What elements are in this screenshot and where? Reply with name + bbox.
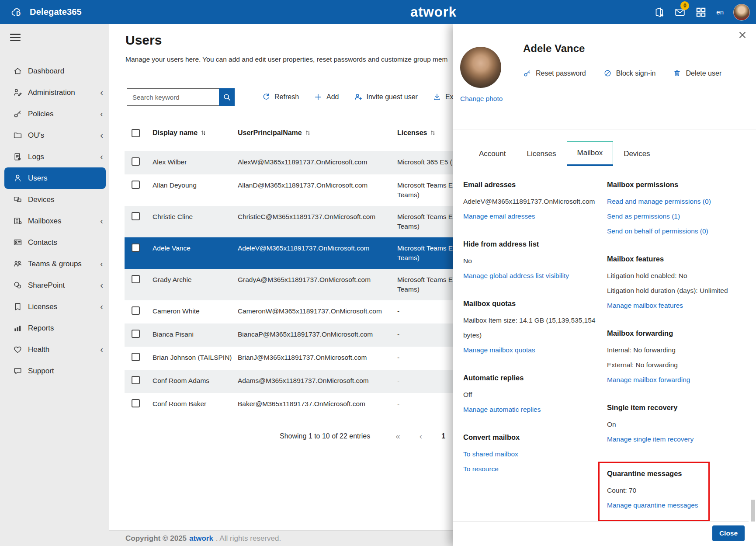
column-header-userprincipalname[interactable]: UserPrincipalName — [238, 125, 397, 151]
column-header-display-name[interactable]: Display name — [153, 125, 238, 151]
upn-cell: BiancaP@M365x11891737.OnMicrosoft.com — [238, 323, 397, 347]
tab-label: Licenses — [527, 150, 556, 158]
tab-label: Devices — [624, 150, 650, 158]
sidebar-item-contacts[interactable]: Contacts — [0, 232, 109, 253]
reset-password-button[interactable]: Reset password — [523, 69, 586, 77]
manage-email-adresses-link[interactable]: Manage email adresses — [463, 209, 596, 224]
refresh-icon — [262, 93, 270, 101]
change-photo-link[interactable]: Change photo — [460, 95, 503, 103]
section-text: External: No forwarding — [607, 358, 742, 372]
mail-badge: 0 — [680, 1, 689, 10]
close-icon[interactable] — [738, 30, 747, 40]
section-heading: Single item recovery — [607, 402, 742, 413]
tab-licenses[interactable]: Licenses — [516, 141, 566, 166]
display-name-cell: Alex Wilber — [153, 151, 238, 174]
row-checkbox[interactable] — [132, 157, 140, 166]
cloud-logo-icon: D — [10, 7, 25, 18]
row-checkbox[interactable] — [132, 376, 140, 384]
to-shared-mailbox-link[interactable]: To shared mailbox — [463, 447, 596, 462]
upn-cell: AllanD@M365x11891737.OnMicrosoft.com — [238, 174, 397, 206]
user-photo — [460, 47, 501, 88]
sidebar-item-support[interactable]: Support — [0, 360, 109, 382]
sidebar-item-users[interactable]: Users — [4, 167, 106, 189]
section-text: Litigation hold enabled: No — [607, 268, 742, 283]
sidebar-item-devices[interactable]: Devices — [0, 189, 109, 210]
read-and-manage-permissions-0-link[interactable]: Read and manage permissions (0) — [607, 194, 742, 209]
office-icon[interactable] — [653, 7, 665, 18]
footer-brand-link[interactable]: atwork — [189, 534, 213, 543]
row-checkbox[interactable] — [132, 399, 140, 407]
sidebar-item-reports[interactable]: Reports — [0, 317, 109, 339]
sort-icon[interactable] — [200, 129, 207, 136]
search-input[interactable] — [127, 88, 219, 106]
row-checkbox[interactable] — [132, 212, 140, 220]
manage-automatic-replies-link[interactable]: Manage automatic replies — [463, 402, 596, 417]
column-label: UserPrincipalName — [238, 129, 302, 136]
send-as-permissions-1-link[interactable]: Send as permissions (1) — [607, 209, 742, 224]
manage-mailbox-forwarding-link[interactable]: Manage mailbox forwarding — [607, 372, 742, 387]
send-on-behalf-of-permissions-0-link[interactable]: Send on behalf of permissions (0) — [607, 224, 742, 239]
topbar-actions: 0 en — [653, 0, 750, 24]
previous-page-button[interactable]: ‹ — [420, 431, 422, 441]
sidebar-item-mailboxes[interactable]: Mailboxes‹ — [0, 210, 109, 232]
person-icon — [13, 174, 22, 183]
manage-quarantine-messages-link[interactable]: Manage quarantine messages — [607, 498, 701, 513]
sidebar-item-label: Devices — [28, 195, 54, 204]
block-sign-in-button[interactable]: Block sign-in — [603, 69, 656, 77]
menu-toggle-button[interactable] — [10, 34, 21, 41]
support-icon — [13, 366, 22, 376]
row-checkbox[interactable] — [132, 330, 140, 338]
sort-icon[interactable] — [430, 129, 436, 136]
sidebar-item-teams-groups[interactable]: Teams & groups‹ — [0, 253, 109, 275]
search-button[interactable] — [219, 88, 235, 106]
delete-user-button[interactable]: Delete user — [673, 69, 721, 77]
sidebar-item-sharepoint[interactable]: SharePoint‹ — [0, 275, 109, 296]
refresh-button[interactable]: Refresh — [262, 93, 299, 101]
mail-icon[interactable]: 0 — [674, 7, 686, 18]
panel-footer-divider — [453, 522, 749, 522]
sidebar-item-label: OU's — [28, 131, 44, 140]
manage-mailbox-quotas-link[interactable]: Manage mailbox quotas — [463, 343, 596, 358]
sidebar-item-logs[interactable]: Logs‹ — [0, 146, 109, 167]
manage-mailbox-features-link[interactable]: Manage mailbox features — [607, 298, 742, 313]
sidebar-item-label: Administration — [28, 88, 75, 97]
upn-cell: Adams@M365x11891737.OnMicrosoft.com — [238, 370, 397, 393]
sidebar-item-label: Mailboxes — [28, 217, 62, 226]
add-button[interactable]: Add — [314, 93, 339, 101]
manage-single-item-recovery-link[interactable]: Manage single item recovery — [607, 432, 742, 447]
select-all-checkbox[interactable] — [132, 129, 140, 137]
manage-global-address-list-visibility-link[interactable]: Manage global address list visibility — [463, 268, 596, 283]
user-avatar[interactable] — [733, 4, 750, 21]
row-checkbox[interactable] — [132, 353, 140, 361]
language-selector[interactable]: en — [716, 8, 724, 16]
close-button[interactable]: Close — [712, 525, 745, 541]
scrollbar-thumb[interactable] — [751, 500, 755, 522]
row-checkbox[interactable] — [132, 275, 140, 283]
brand[interactable]: D Delegate365 — [10, 0, 82, 24]
sidebar-item-ou-s[interactable]: OU's‹ — [0, 125, 109, 146]
user-details-panel: Change photo Adele Vance Reset passwordB… — [453, 24, 756, 546]
apps-grid-icon[interactable] — [695, 7, 707, 18]
invite-guest-user-button[interactable]: Invite guest user — [354, 93, 418, 101]
display-name-cell: Christie Cline — [153, 206, 238, 237]
sidebar-item-policies[interactable]: Policies‹ — [0, 103, 109, 125]
tab-devices[interactable]: Devices — [613, 141, 660, 166]
sidebar-item-licenses[interactable]: Licenses‹ — [0, 296, 109, 317]
row-checkbox[interactable] — [132, 181, 140, 189]
license-book-icon — [13, 302, 22, 311]
tab-label: Account — [479, 150, 506, 158]
toolbar: RefreshAddInvite guest userExpo — [262, 88, 476, 106]
sidebar-item-health[interactable]: Health‹ — [0, 339, 109, 360]
sidebar-item-administration[interactable]: Administration‹ — [0, 82, 109, 103]
sidebar-item-label: Licenses — [28, 303, 57, 311]
tab-mailbox[interactable]: Mailbox — [567, 141, 614, 166]
row-checkbox[interactable] — [132, 243, 140, 252]
sort-icon[interactable] — [305, 129, 311, 136]
to-resource-link[interactable]: To resource — [463, 462, 596, 476]
upn-cell: BrianJ@M365x11891737.OnMicrosoft.com — [238, 347, 397, 370]
page-number-button[interactable]: 1 — [441, 432, 445, 440]
row-checkbox[interactable] — [132, 306, 140, 315]
first-page-button[interactable]: « — [395, 431, 400, 441]
sidebar-item-dashboard[interactable]: Dashboard — [0, 60, 109, 82]
tab-account[interactable]: Account — [468, 141, 516, 166]
